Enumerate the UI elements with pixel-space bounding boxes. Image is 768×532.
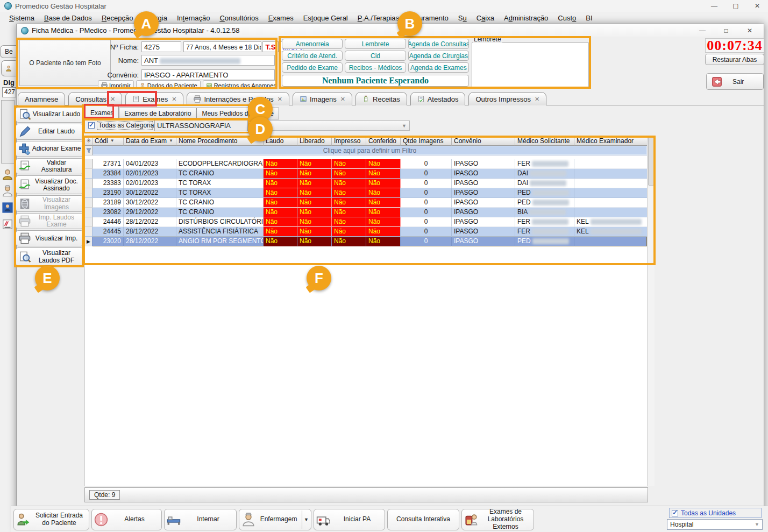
menu-item-recep-o[interactable]: Recepção	[97, 12, 138, 24]
cell-liberado[interactable]: Não	[297, 169, 332, 179]
cell-convenio[interactable]: IPASGO	[452, 227, 515, 237]
minimize-icon[interactable]: —	[703, 0, 725, 12]
cell-solicitante[interactable]: PED	[515, 237, 574, 246]
cell-conferido[interactable]: Não	[366, 188, 401, 198]
cell-convenio[interactable]: IPASGO	[452, 169, 515, 179]
sidebar-adicionar-exame-button[interactable]: Adicionar Exame	[16, 141, 83, 157]
cell-laudo[interactable]: Não	[264, 208, 297, 217]
column-header-conferido[interactable]: Conferido	[366, 136, 401, 146]
cell-date[interactable]: 28/12/2022	[124, 237, 176, 246]
close-tab-icon[interactable]: ✕	[340, 96, 345, 103]
cell-examinador[interactable]	[574, 188, 648, 198]
cell-convenio[interactable]: IPASGO	[452, 208, 515, 217]
exames-de-laborat-rios-externos-button[interactable]: Exames de Laboratórios Externos	[461, 509, 534, 530]
cell-laudo[interactable]: Não	[264, 198, 297, 208]
exam-row[interactable]: 2737104/01/2023ECODOPPLERCARDIOGRAMANãoN…	[85, 159, 647, 169]
cell-qtde[interactable]: 0	[401, 217, 452, 227]
cell-solicitante[interactable]: DAI	[515, 169, 574, 179]
tab-consultas[interactable]: Consultas✕	[68, 92, 122, 105]
convenio-field[interactable]: IPASGO - APARTAMENTO	[141, 69, 275, 80]
cell-convenio[interactable]: IPASGO	[452, 159, 515, 169]
quick-agenda-de-exames-button[interactable]: Agenda de Exames	[408, 62, 469, 73]
cell-convenio[interactable]: IPASGO	[452, 198, 515, 208]
sidebar-imp-laudos-exame-button[interactable]: Imp. Laudos Exame	[16, 213, 83, 229]
maximize-icon[interactable]: □	[715, 25, 737, 37]
bluebox-icon[interactable]	[2, 201, 13, 214]
exam-row[interactable]: 2338402/01/2023TC CRANIONãoNãoNãoNão0IPA…	[85, 169, 647, 179]
sidebar-visualizar-doc-assinado-button[interactable]: Visualizar Doc. Assinado	[16, 175, 83, 194]
close-tab-icon[interactable]: ✕	[172, 96, 176, 103]
cell-solicitante[interactable]: FER	[515, 159, 574, 169]
quick-pedido-de-exame-button[interactable]: Pedido de Exame	[282, 62, 343, 73]
menu-item-bi[interactable]: BI	[581, 12, 597, 24]
exam-row[interactable]: 2338302/01/2023TC TORAXNãoNãoNãoNão0IPAS…	[85, 179, 647, 188]
background-code-field[interactable]: 427	[2, 87, 16, 97]
cell-proc[interactable]: TC TORAX	[176, 188, 264, 198]
column-header-m-dico-solicitante[interactable]: Médico Solicitante	[515, 136, 574, 146]
cell-laudo[interactable]: Não	[264, 179, 297, 188]
sair-button[interactable]: Sair	[706, 73, 764, 90]
cell-solicitante[interactable]: BIA	[515, 208, 574, 217]
cell-qtde[interactable]: 0	[401, 237, 452, 246]
cell-laudo[interactable]: Não	[264, 169, 297, 179]
cell-examinador[interactable]	[574, 179, 648, 188]
ficha-field[interactable]: 4275	[141, 41, 181, 52]
quick-lembrete-button[interactable]: Lembrete	[345, 39, 406, 49]
quick-recibos-m-dicos-button[interactable]: Recibos - Médicos	[345, 62, 406, 73]
menu-item-su[interactable]: Su	[453, 12, 472, 24]
quick-amenorreia-button[interactable]: Amenorreia	[282, 39, 343, 49]
cell-date[interactable]: 30/12/2022	[124, 198, 176, 208]
column-header-c-di[interactable]: Códi▼	[93, 136, 124, 146]
cell-code[interactable]: 23383	[93, 179, 124, 188]
sort-desc-icon[interactable]: ▼	[110, 138, 115, 143]
cell-liberado[interactable]: Não	[297, 198, 332, 208]
cell-qtde[interactable]: 0	[401, 169, 452, 179]
cell-proc[interactable]: ECODOPPLERCARDIOGRAMA	[176, 159, 264, 169]
cell-impresso[interactable]: Não	[332, 227, 366, 237]
background-person-tab[interactable]	[1, 60, 16, 76]
person-icon[interactable]	[2, 168, 13, 181]
cell-proc[interactable]: TC TORAX	[176, 179, 264, 188]
cell-code[interactable]: 23190	[93, 188, 124, 198]
cell-code[interactable]: 23020	[93, 237, 124, 246]
cell-proc[interactable]: DISTÚRBIOS CIRCULATÓRIOS	[176, 217, 264, 227]
subtab-exames-de-laborat-rio[interactable]: Exames de Laboratório	[119, 108, 196, 119]
cell-convenio[interactable]: IPASGO	[452, 217, 515, 227]
registros-das-anamneses-log-button[interactable]: ACTRegistros das Anamneses (Log	[203, 80, 277, 89]
cell-liberado[interactable]: Não	[297, 179, 332, 188]
quick-agenda-de-consultas-button[interactable]: Agenda de Consultas	[408, 39, 469, 49]
exam-row[interactable]: 2319030/12/2022TC TORAXNãoNãoNãoNão0IPAS…	[85, 188, 647, 198]
subtab-exames[interactable]: Exames	[85, 105, 119, 119]
cell-conferido[interactable]: Não	[366, 159, 401, 169]
cell-examinador[interactable]	[574, 208, 648, 217]
cell-liberado[interactable]: Não	[297, 188, 332, 198]
cell-examinador[interactable]: KEL	[574, 227, 648, 237]
grid-filter-row[interactable]: Clique aqui para definir um Filtro	[85, 146, 647, 155]
cell-liberado[interactable]: Não	[297, 159, 332, 169]
cell-conferido[interactable]: Não	[366, 237, 401, 246]
cell-qtde[interactable]: 0	[401, 159, 452, 169]
scrollbar-thumb[interactable]	[648, 137, 654, 186]
cell-date[interactable]: 29/12/2022	[124, 208, 176, 217]
cell-code[interactable]: 24445	[93, 227, 124, 237]
cell-impresso[interactable]: Não	[332, 198, 366, 208]
menu-item-base-de-dados[interactable]: Base de Dados	[39, 12, 97, 24]
cell-laudo[interactable]: Não	[264, 188, 297, 198]
tab-interna-es-e-pedidos[interactable]: Internações e Pedidos✕	[187, 92, 289, 105]
cell-convenio[interactable]: IPASGO	[452, 237, 515, 246]
category-field[interactable]: ULTRASSONOGRAFIA	[154, 120, 248, 131]
menu-item-administra-o[interactable]: Administração	[499, 12, 553, 24]
internar-button[interactable]: Internar	[164, 509, 237, 530]
cell-conferido[interactable]: Não	[366, 169, 401, 179]
menu-item-interna-o[interactable]: Internação	[172, 12, 215, 24]
column-header-liberado[interactable]: Liberado	[297, 136, 332, 146]
cell-solicitante[interactable]: DAI	[515, 179, 574, 188]
cell-conferido[interactable]: Não	[366, 198, 401, 208]
cell-impresso[interactable]: Não	[332, 179, 366, 188]
minimize-icon[interactable]: —	[692, 25, 713, 37]
cell-impresso[interactable]: Não	[332, 159, 366, 169]
close-tab-icon[interactable]: ✕	[110, 96, 115, 103]
cell-laudo[interactable]: Não	[264, 227, 297, 237]
cell-examinador[interactable]: KEL	[574, 217, 648, 227]
cell-impresso[interactable]: Não	[332, 188, 366, 198]
